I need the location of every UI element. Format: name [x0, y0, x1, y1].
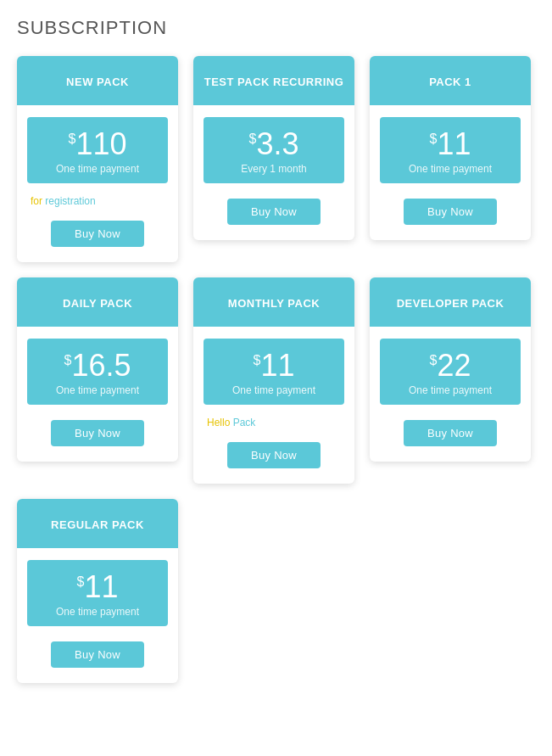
card-row-1: DAILY PACK$16.5One time paymentBuy NowMO… [17, 277, 535, 484]
card-body-developer-pack: $22One time paymentBuy Now [370, 327, 531, 462]
price-block-developer-pack: $22One time payment [380, 339, 521, 405]
price-sub-new-pack: One time payment [34, 163, 161, 175]
price-sub-monthly-pack: One time payment [210, 384, 337, 396]
card-header-regular-pack: REGULAR PACK [17, 499, 178, 548]
buy-btn-new-pack[interactable]: Buy Now [51, 221, 144, 247]
buy-btn-monthly-pack[interactable]: Buy Now [227, 442, 321, 468]
price-block-daily-pack: $16.5One time payment [27, 339, 168, 405]
card-body-monthly-pack: $11One time paymentHello PackBuy Now [193, 327, 354, 484]
card-row-0: NEW PACK$110One time paymentfor registra… [17, 56, 535, 262]
price-amount-developer-pack: $22 [387, 350, 514, 381]
price-block-pack-1: $11One time payment [380, 117, 521, 183]
card-new-pack: NEW PACK$110One time paymentfor registra… [17, 56, 178, 262]
card-header-pack-1: PACK 1 [370, 56, 531, 105]
card-regular-pack: REGULAR PACK$11One time paymentBuy Now [17, 499, 178, 683]
price-sub-developer-pack: One time payment [387, 384, 514, 396]
price-block-new-pack: $110One time payment [27, 117, 168, 183]
buy-btn-regular-pack[interactable]: Buy Now [51, 641, 144, 668]
price-amount-daily-pack: $16.5 [34, 350, 161, 381]
price-sub-daily-pack: One time payment [34, 384, 161, 396]
card-body-regular-pack: $11One time paymentBuy Now [17, 548, 178, 683]
card-pack-1: PACK 1$11One time paymentBuy Now [370, 56, 531, 240]
card-test-pack-recurring: TEST PACK RECURRING$3.3Every 1 monthBuy … [193, 56, 354, 240]
price-sub-pack-1: One time payment [387, 163, 514, 175]
buy-btn-pack-1[interactable]: Buy Now [404, 199, 497, 225]
card-note-new-pack: for registration [27, 193, 168, 210]
card-header-daily-pack: DAILY PACK [17, 277, 178, 327]
card-daily-pack: DAILY PACK$16.5One time paymentBuy Now [17, 277, 178, 462]
card-header-new-pack: NEW PACK [17, 56, 178, 105]
card-header-test-pack-recurring: TEST PACK RECURRING [193, 56, 354, 105]
card-developer-pack: DEVELOPER PACK$22One time paymentBuy Now [370, 277, 531, 462]
price-block-monthly-pack: $11One time payment [204, 339, 344, 405]
price-amount-regular-pack: $11 [34, 572, 161, 602]
price-block-test-pack-recurring: $3.3Every 1 month [204, 117, 344, 183]
page-title: SUBSCRIPTION [17, 17, 535, 39]
price-amount-test-pack-recurring: $3.3 [210, 129, 337, 160]
price-block-regular-pack: $11One time payment [27, 560, 168, 626]
price-amount-new-pack: $110 [34, 129, 161, 160]
price-sub-test-pack-recurring: Every 1 month [210, 163, 337, 175]
card-body-new-pack: $110One time paymentfor registrationBuy … [17, 105, 178, 262]
price-amount-pack-1: $11 [387, 129, 514, 160]
card-header-developer-pack: DEVELOPER PACK [370, 277, 531, 327]
card-row-2: REGULAR PACK$11One time paymentBuy Now [17, 499, 535, 683]
card-note-monthly-pack: Hello Pack [204, 415, 344, 432]
buy-btn-test-pack-recurring[interactable]: Buy Now [227, 199, 321, 225]
buy-btn-developer-pack[interactable]: Buy Now [404, 420, 497, 446]
card-header-monthly-pack: MONTHLY PACK [193, 277, 354, 327]
price-amount-monthly-pack: $11 [210, 350, 337, 381]
card-body-pack-1: $11One time paymentBuy Now [370, 105, 531, 240]
price-sub-regular-pack: One time payment [34, 606, 161, 618]
cards-container: NEW PACK$110One time paymentfor registra… [17, 56, 535, 683]
card-monthly-pack: MONTHLY PACK$11One time paymentHello Pac… [193, 277, 354, 484]
card-body-daily-pack: $16.5One time paymentBuy Now [17, 327, 178, 462]
card-body-test-pack-recurring: $3.3Every 1 monthBuy Now [193, 105, 354, 240]
buy-btn-daily-pack[interactable]: Buy Now [51, 420, 144, 446]
